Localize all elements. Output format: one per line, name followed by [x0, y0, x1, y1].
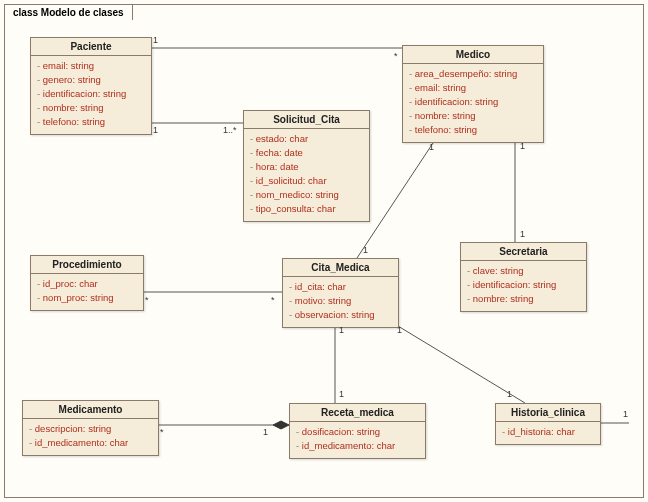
attr: telefono: string [37, 115, 145, 129]
mult: 1 [507, 389, 512, 399]
attr: fecha: date [250, 146, 363, 160]
class-secretaria: Secretaria clave: string identificacion:… [460, 242, 587, 312]
mult: 1 [339, 325, 344, 335]
class-title: Secretaria [461, 243, 586, 261]
class-medicamento: Medicamento descripcion: string id_medic… [22, 400, 159, 456]
class-body: area_desempeño: string email: string ide… [403, 64, 543, 142]
attr: id_historia: char [502, 425, 594, 439]
attr: identificacion: string [409, 95, 537, 109]
class-title: Historia_clinica [496, 404, 600, 422]
class-body: id_proc: char nom_proc: string [31, 274, 143, 310]
class-title: Procedimiento [31, 256, 143, 274]
attr: estado: char [250, 132, 363, 146]
class-title: Solicitud_Cita [244, 111, 369, 129]
svg-line-6 [393, 323, 525, 403]
attr: id_medicamento: char [296, 439, 419, 453]
attr: nom_medico: string [250, 188, 363, 202]
attr: descripcion: string [29, 422, 152, 436]
class-body: id_cita: char motivo: string observacion… [283, 277, 398, 327]
attr: email: string [37, 59, 145, 73]
attr: id_cita: char [289, 280, 392, 294]
class-paciente: Paciente email: string genero: string id… [30, 37, 152, 135]
class-body: clave: string identificacion: string nom… [461, 261, 586, 311]
mult: 1 [520, 229, 525, 239]
attr: nombre: string [409, 109, 537, 123]
class-body: descripcion: string id_medicamento: char [23, 419, 158, 455]
attr: nombre: string [37, 101, 145, 115]
class-cita-medica: Cita_Medica id_cita: char motivo: string… [282, 258, 399, 328]
attr: identificacion: string [467, 278, 580, 292]
class-title: Paciente [31, 38, 151, 56]
class-medico: Medico area_desempeño: string email: str… [402, 45, 544, 143]
mult: * [160, 427, 164, 437]
mult: 1 [153, 35, 158, 45]
mult: 1 [623, 409, 628, 419]
attr: tipo_consulta: char [250, 202, 363, 216]
class-solicitud-cita: Solicitud_Cita estado: char fecha: date … [243, 110, 370, 222]
canvas: class Modelo de clases Paciente [0, 0, 648, 502]
class-body: dosificacion: string id_medicamento: cha… [290, 422, 425, 458]
mult: 1..* [223, 125, 237, 135]
mult: 1 [153, 125, 158, 135]
mult: 1 [363, 245, 368, 255]
class-title: Cita_Medica [283, 259, 398, 277]
attr: identificacion: string [37, 87, 145, 101]
diagram-title: class Modelo de clases [4, 4, 133, 20]
attr: id_proc: char [37, 277, 137, 291]
attr: nom_proc: string [37, 291, 137, 305]
attr: dosificacion: string [296, 425, 419, 439]
class-title: Medico [403, 46, 543, 64]
attr: telefono: string [409, 123, 537, 137]
attr: nombre: string [467, 292, 580, 306]
class-body: estado: char fecha: date hora: date id_s… [244, 129, 369, 221]
svg-marker-8 [273, 421, 289, 429]
attr: id_solicitud: char [250, 174, 363, 188]
mult: * [271, 295, 275, 305]
mult: * [394, 51, 398, 61]
attr: motivo: string [289, 294, 392, 308]
class-body: email: string genero: string identificac… [31, 56, 151, 134]
attr: clave: string [467, 264, 580, 278]
class-title: Medicamento [23, 401, 158, 419]
attr: id_medicamento: char [29, 436, 152, 450]
mult: 1 [339, 389, 344, 399]
class-title: Receta_medica [290, 404, 425, 422]
mult: 1 [397, 325, 402, 335]
mult: 1 [429, 142, 434, 152]
mult: 1 [263, 427, 268, 437]
class-historia-clinica: Historia_clinica id_historia: char [495, 403, 601, 445]
class-receta-medica: Receta_medica dosificacion: string id_me… [289, 403, 426, 459]
attr: email: string [409, 81, 537, 95]
attr: hora: date [250, 160, 363, 174]
mult: 1 [520, 141, 525, 151]
mult: * [145, 295, 149, 305]
attr: observacion: string [289, 308, 392, 322]
class-procedimiento: Procedimiento id_proc: char nom_proc: st… [30, 255, 144, 311]
attr: genero: string [37, 73, 145, 87]
attr: area_desempeño: string [409, 67, 537, 81]
class-body: id_historia: char [496, 422, 600, 444]
diagram-frame: class Modelo de clases Paciente [4, 4, 644, 498]
